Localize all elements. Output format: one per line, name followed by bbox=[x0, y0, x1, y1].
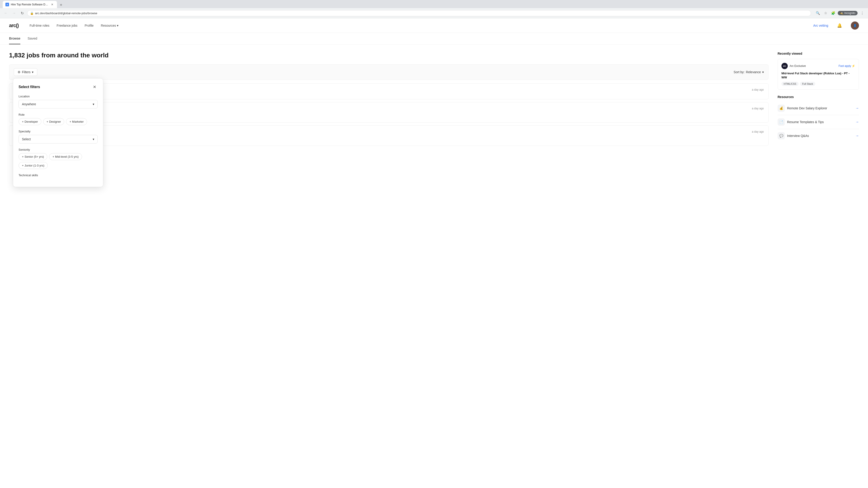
interview-icon: 💬 bbox=[778, 132, 785, 139]
location-value: Anywhere bbox=[22, 102, 36, 106]
bookmark-icon-btn[interactable]: ☆ bbox=[822, 10, 829, 16]
incognito-icon: 🕵️ bbox=[840, 11, 843, 15]
job-card-3-time: a day ago bbox=[752, 130, 764, 133]
resume-templates-label: Resume Templates & Tips bbox=[787, 120, 824, 124]
notifications-button[interactable]: 🔔 bbox=[835, 22, 844, 30]
specialty-dropdown[interactable]: Select ▾ bbox=[19, 135, 98, 143]
plus-icon: + bbox=[53, 155, 54, 158]
job-preview-card[interactable]: arc Arc Exclusive Fast apply ⚡ Mid-level… bbox=[778, 59, 859, 90]
nav-full-time-roles[interactable]: Full-time roles bbox=[30, 24, 50, 27]
filters-label: Filters bbox=[22, 70, 31, 74]
technical-skills-section: Technical skills bbox=[19, 173, 98, 177]
nav-freelance-jobs[interactable]: Freelance jobs bbox=[57, 24, 78, 27]
salary-explorer-label: Remote Dev Salary Explorer bbox=[787, 106, 827, 110]
technical-skills-label: Technical skills bbox=[19, 173, 98, 177]
seniority-label: Seniority bbox=[19, 148, 98, 151]
browser-chrome: a Hire Top Remote Software Dev... ✕ + ← … bbox=[0, 0, 868, 18]
role-chip-marketer[interactable]: + Marketer bbox=[66, 118, 87, 125]
job-card-2-header: ... a day ago bbox=[14, 107, 764, 111]
new-tab-button[interactable]: + bbox=[58, 2, 64, 8]
filters-button[interactable]: ⚙ Filters ▾ bbox=[14, 68, 37, 76]
fast-apply-button[interactable]: Fast apply ⚡ bbox=[839, 64, 855, 68]
resource-salary-explorer[interactable]: 💰 Remote Dev Salary Explorer → bbox=[778, 101, 859, 115]
arc-vetting-button[interactable]: Arc vetting bbox=[813, 24, 828, 27]
tab-bar: a Hire Top Remote Software Dev... ✕ + bbox=[0, 0, 868, 8]
specialty-chevron-icon: ▾ bbox=[93, 137, 94, 141]
seniority-chip-junior[interactable]: + Junior (1-3 yrs) bbox=[19, 162, 48, 169]
filter-header: Select filters ✕ bbox=[19, 84, 98, 90]
sort-by-label: Sort by: bbox=[734, 70, 745, 74]
recently-viewed-title: Recently viewed bbox=[778, 52, 859, 55]
resource-interview-qa[interactable]: 💬 Interview Q&As → bbox=[778, 129, 859, 142]
salary-icon: 💰 bbox=[778, 105, 785, 112]
active-tab[interactable]: a Hire Top Remote Software Dev... ✕ bbox=[3, 1, 57, 8]
job-card-3[interactable]: ...ve a day ago ration Network bbox=[9, 125, 769, 146]
interview-qa-label: Interview Q&As bbox=[787, 134, 809, 138]
location-dropdown[interactable]: Anywhere ▾ bbox=[19, 100, 98, 108]
plus-icon: + bbox=[69, 120, 71, 123]
sort-value: Relevance bbox=[746, 70, 761, 74]
specialty-label: Specialty bbox=[19, 130, 98, 133]
job-card-2[interactable]: ... a day ago Algorithm Communication bbox=[9, 102, 769, 123]
avatar[interactable]: 👤 bbox=[851, 22, 859, 30]
plus-icon: + bbox=[22, 120, 24, 123]
job-card-3-header: ...ve a day ago bbox=[14, 130, 764, 135]
lock-icon: 🔒 bbox=[30, 11, 34, 15]
job-card-1-time: a day ago bbox=[752, 88, 764, 91]
seniority-chip-midlevel[interactable]: + Mid-level (3-5 yrs) bbox=[49, 153, 82, 160]
interview-qa-arrow-icon: → bbox=[855, 134, 859, 138]
logo[interactable]: arc() bbox=[9, 23, 19, 29]
location-chevron-icon: ▾ bbox=[93, 102, 94, 106]
resume-templates-arrow-icon: → bbox=[855, 120, 859, 124]
tab-title: Hire Top Remote Software Dev... bbox=[11, 3, 49, 6]
plus-icon: + bbox=[22, 155, 24, 158]
tab-saved[interactable]: Saved bbox=[28, 33, 37, 44]
incognito-label: Incognito bbox=[844, 11, 855, 15]
tab-browse[interactable]: Browse bbox=[9, 33, 20, 44]
specialty-section: Specialty Select ▾ bbox=[19, 130, 98, 143]
sort-by-control[interactable]: Sort by: Relevance ▾ bbox=[734, 70, 764, 74]
nav-resources[interactable]: Resources ▾ bbox=[101, 24, 119, 27]
page-title: 1,832 jobs from around the world bbox=[9, 52, 769, 59]
back-button[interactable]: ← bbox=[3, 10, 9, 16]
filter-close-button[interactable]: ✕ bbox=[91, 84, 98, 90]
resource-resume-templates[interactable]: 📄 Resume Templates & Tips → bbox=[778, 115, 859, 129]
chevron-down-icon: ▾ bbox=[117, 24, 119, 27]
plus-icon: + bbox=[46, 120, 49, 123]
reload-button[interactable]: ↻ bbox=[19, 10, 25, 16]
address-bar[interactable]: 🔒 arc.dev/dashboard/d/global-remote-jobs… bbox=[27, 10, 811, 16]
role-section: Role + Developer + Designer + bbox=[19, 113, 98, 125]
job-preview-title: Mid-level Ful Stack developer (Roblox Lu… bbox=[781, 71, 855, 79]
job-card-2-time: a day ago bbox=[752, 107, 764, 110]
browser-toolbar: ← → ↻ 🔒 arc.dev/dashboard/d/global-remot… bbox=[0, 8, 868, 18]
job-preview-tags: HTML/CSS Full Stack bbox=[781, 82, 855, 86]
forward-button[interactable]: → bbox=[11, 10, 17, 16]
tab-close-button[interactable]: ✕ bbox=[50, 2, 54, 6]
location-label: Location bbox=[19, 95, 98, 98]
resources-title: Resources bbox=[778, 95, 859, 99]
page-tabs: Browse Saved bbox=[0, 33, 868, 44]
filter-icon: ⚙ bbox=[18, 70, 21, 74]
job-preview-tag-fullstack: Full Stack bbox=[800, 82, 815, 86]
seniority-chip-senior[interactable]: + Senior (5+ yrs) bbox=[19, 153, 47, 160]
avatar-initials: 👤 bbox=[853, 24, 857, 27]
role-chip-designer[interactable]: + Designer bbox=[43, 118, 64, 125]
filter-dropdown: Select filters ✕ Location Anywhere ▾ Rol… bbox=[13, 78, 103, 187]
arc-logo-small: arc bbox=[781, 63, 788, 69]
job-card-1[interactable]: ...itive SoC a day ago bbox=[9, 84, 769, 99]
nav-profile[interactable]: Profile bbox=[85, 24, 94, 27]
location-section: Location Anywhere ▾ bbox=[19, 95, 98, 108]
extensions-icon-btn[interactable]: 🧩 bbox=[830, 10, 836, 16]
more-options-btn[interactable]: ⋮ bbox=[859, 10, 865, 16]
navbar: arc() Full-time roles Freelance jobs Pro… bbox=[0, 18, 868, 33]
address-text: arc.dev/dashboard/d/global-remote-jobs/b… bbox=[35, 11, 808, 15]
role-chip-developer[interactable]: + Developer bbox=[19, 118, 41, 125]
filters-bar: ⚙ Filters ▾ Sort by: Relevance ▾ Select … bbox=[9, 64, 769, 80]
search-icon-btn[interactable]: 🔍 bbox=[815, 10, 821, 16]
seniority-section: Seniority + Senior (5+ yrs) + Mid-level … bbox=[19, 148, 98, 169]
sort-chevron-icon: ▾ bbox=[762, 70, 764, 74]
resource-left-2: 📄 Resume Templates & Tips bbox=[778, 119, 824, 126]
arc-exclusive-badge: arc Arc Exclusive bbox=[781, 63, 806, 69]
role-chips: + Developer + Designer + Marketer bbox=[19, 118, 98, 125]
salary-explorer-arrow-icon: → bbox=[855, 106, 859, 110]
